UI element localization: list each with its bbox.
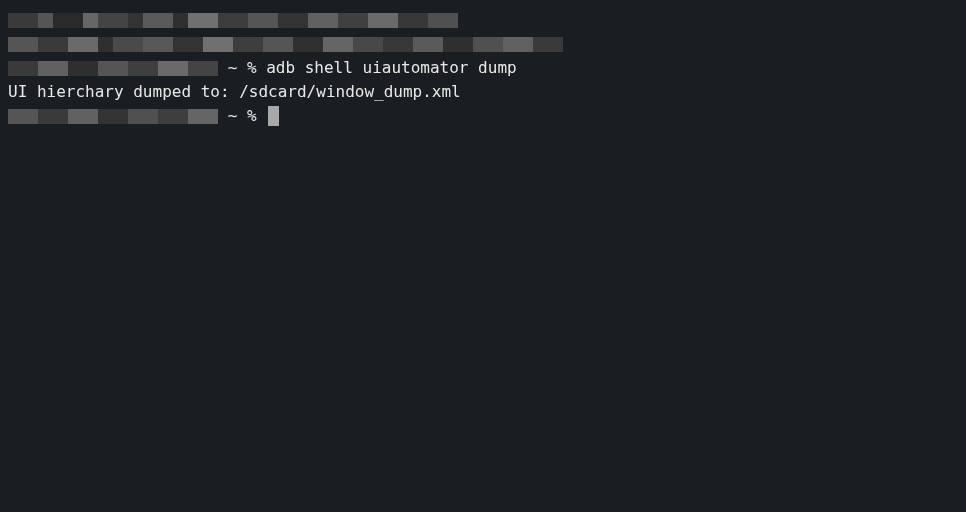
terminal-line: ~ % adb shell uiautomator dump: [8, 56, 958, 80]
redacted-header-line: [8, 32, 958, 56]
prompt-symbol: ~ %: [218, 104, 266, 128]
output-text: UI hierchary dumped to: /sdcard/window_d…: [8, 80, 461, 104]
redacted-hostname: [8, 56, 218, 80]
terminal-line: ~ %: [8, 104, 958, 128]
redacted-header-line: [8, 8, 958, 32]
terminal-window[interactable]: ~ % adb shell uiautomator dump UI hierch…: [8, 8, 958, 504]
terminal-output-line: UI hierchary dumped to: /sdcard/window_d…: [8, 80, 958, 104]
command-text: adb shell uiautomator dump: [266, 56, 516, 80]
cursor[interactable]: [268, 106, 279, 126]
redacted-hostname: [8, 104, 218, 128]
prompt-symbol: ~ %: [218, 56, 266, 80]
